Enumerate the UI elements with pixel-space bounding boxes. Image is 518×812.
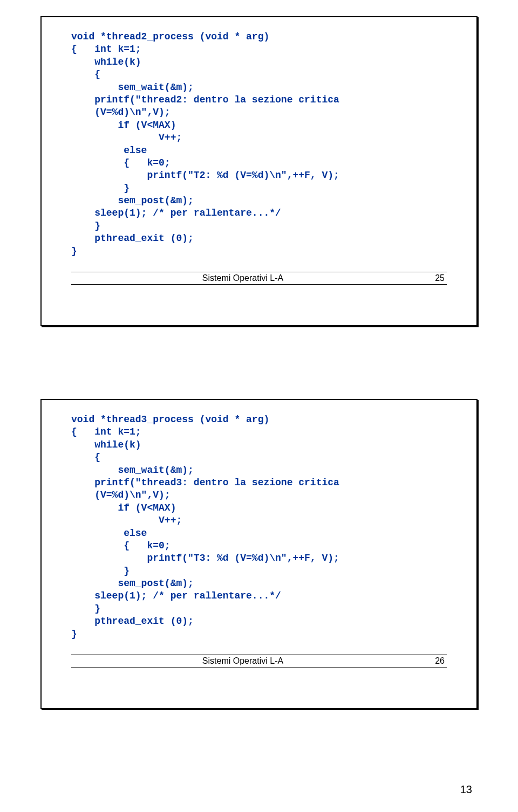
divider (71, 655, 447, 655)
divider (71, 667, 447, 668)
footer-row: Sistemi Operativi L-A 26 (71, 656, 447, 666)
slide-number: 26 (412, 656, 445, 666)
footer-label: Sistemi Operativi L-A (73, 273, 412, 283)
code-block-1: void *thread2_process (void * arg) { int… (71, 31, 447, 258)
page-number: 13 (460, 783, 472, 796)
slide-2: void *thread3_process (void * arg) { int… (40, 399, 478, 709)
slide-1-footer: Sistemi Operativi L-A 25 (71, 269, 447, 285)
divider (71, 272, 447, 272)
slide-2-inner: void *thread3_process (void * arg) { int… (71, 414, 447, 684)
slide-2-footer: Sistemi Operativi L-A 26 (71, 651, 447, 668)
page-container: void *thread2_process (void * arg) { int… (0, 0, 518, 812)
footer-label: Sistemi Operativi L-A (73, 656, 412, 666)
divider (71, 284, 447, 285)
footer-row: Sistemi Operativi L-A 25 (71, 273, 447, 283)
slide-1-inner: void *thread2_process (void * arg) { int… (71, 31, 447, 301)
code-block-2: void *thread3_process (void * arg) { int… (71, 414, 447, 641)
slide-1: void *thread2_process (void * arg) { int… (40, 16, 478, 326)
slide-number: 25 (412, 273, 445, 283)
